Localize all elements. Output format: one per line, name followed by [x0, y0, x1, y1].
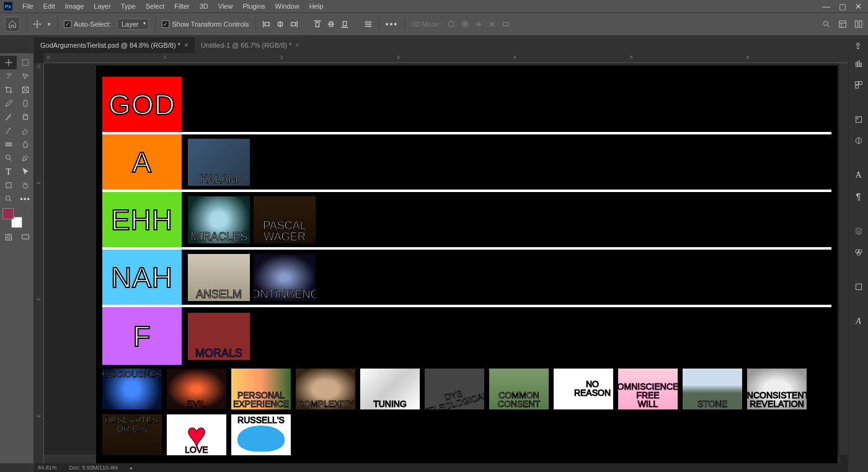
color-swatches[interactable]: [0, 206, 33, 230]
menu-3d[interactable]: 3D: [195, 2, 213, 10]
canvas-area[interactable]: 0123456 0123 GOD A KALAM EHH MIRACLES PA…: [34, 53, 848, 463]
tier-card[interactable]: MORALS: [188, 313, 250, 360]
character-panel-icon[interactable]: A: [852, 168, 866, 182]
tier-label[interactable]: GOD: [102, 77, 182, 132]
menu-file[interactable]: File: [17, 2, 38, 10]
document-canvas[interactable]: GOD A KALAM EHH MIRACLES PASCALWAGER NAH…: [96, 66, 838, 463]
foreground-color[interactable]: [2, 208, 14, 219]
menu-view[interactable]: View: [213, 2, 238, 10]
tier-card[interactable]: NOREASON: [554, 369, 613, 409]
workspace-icon[interactable]: [838, 20, 847, 28]
arrange-icon[interactable]: [854, 20, 863, 28]
vertical-ruler[interactable]: 0123: [34, 63, 44, 463]
zoom-tool[interactable]: [0, 192, 17, 206]
pen-tool[interactable]: [17, 151, 33, 165]
tier-items[interactable]: ANSELM CONTINGENCY: [182, 250, 831, 305]
menu-edit[interactable]: Edit: [38, 2, 60, 10]
lasso-tool[interactable]: [0, 69, 17, 83]
menu-layer[interactable]: Layer: [89, 2, 116, 10]
history-brush-tool[interactable]: [0, 124, 17, 138]
dodge-tool[interactable]: [0, 151, 17, 165]
align-controls[interactable]: [262, 20, 373, 28]
menu-select[interactable]: Select: [141, 2, 170, 10]
unranked-pool[interactable]: CONSCIOUSNESSS EVIL PERSONALEXPERIENCE C…: [102, 369, 831, 455]
menu-image[interactable]: Image: [60, 2, 89, 10]
tier-card[interactable]: INCONSISTENTREVELATION: [747, 369, 807, 409]
tier-card[interactable]: CONTINGENCY: [254, 254, 316, 301]
tier-card[interactable]: STONE: [683, 369, 742, 409]
tier-label[interactable]: F: [102, 307, 182, 365]
tab-close-icon[interactable]: ×: [295, 41, 299, 50]
tier-card[interactable]: TUNING: [360, 369, 420, 409]
tier-card[interactable]: ANSELM: [188, 254, 250, 301]
tier-card[interactable]: DYSTELEOLOGICAL: [425, 369, 484, 409]
tier-label[interactable]: A: [102, 134, 182, 190]
close-icon[interactable]: ✕: [855, 2, 862, 11]
tier-card[interactable]: PERSONALEXPERIENCE: [231, 369, 291, 409]
screenmode-tool[interactable]: [17, 230, 33, 244]
document-tab[interactable]: Untitled-1 @ 66.7% (RGB/8) *×: [195, 37, 306, 53]
tab-close-icon[interactable]: ×: [184, 41, 188, 50]
swatches-panel-icon[interactable]: [852, 78, 866, 92]
minimize-icon[interactable]: —: [822, 2, 830, 11]
tier-card[interactable]: OMNISCIENCEFREEWILL: [618, 369, 678, 409]
vertical-scrollbar[interactable]: [839, 63, 848, 455]
tier-card[interactable]: RUSSELL'S: [231, 414, 291, 455]
frame-tool[interactable]: [17, 83, 33, 97]
horizontal-ruler[interactable]: 0123456: [44, 53, 848, 63]
tier-card[interactable]: EVIL: [167, 369, 226, 409]
move-tool[interactable]: [0, 56, 17, 69]
tier-card[interactable]: MIRACLES: [188, 196, 250, 243]
more-options-icon[interactable]: •••: [386, 19, 399, 29]
shape-tool[interactable]: [0, 178, 17, 192]
quickmask-tool[interactable]: [0, 230, 17, 244]
tier-items[interactable]: [182, 77, 831, 132]
tier-card[interactable]: PASCALWAGER: [254, 196, 316, 243]
color-panel-icon[interactable]: [852, 57, 866, 71]
tier-card[interactable]: COMMONCONSENT: [489, 369, 549, 409]
type-tool[interactable]: T: [0, 165, 17, 178]
tier-card[interactable]: KALAM: [188, 139, 250, 186]
marquee-tool[interactable]: [17, 56, 33, 69]
menu-filter[interactable]: Filter: [169, 2, 194, 10]
crop-tool[interactable]: [0, 83, 17, 97]
eraser-tool[interactable]: [17, 124, 33, 138]
gradient-tool[interactable]: [0, 138, 17, 151]
layers-panel-icon[interactable]: [852, 224, 866, 238]
tier-card[interactable]: COMPLEXITY: [296, 369, 355, 409]
brush-tool[interactable]: [0, 110, 17, 124]
channels-panel-icon[interactable]: [852, 245, 866, 259]
healing-tool[interactable]: [17, 97, 33, 110]
menu-help[interactable]: Help: [304, 2, 329, 10]
tier-items[interactable]: MORALS: [182, 307, 831, 365]
zoom-level[interactable]: 84.81%: [38, 465, 57, 471]
search-icon[interactable]: [822, 20, 831, 28]
hand-tool[interactable]: [17, 178, 33, 192]
eyedropper-tool[interactable]: [0, 97, 17, 110]
share-icon[interactable]: ⇪: [848, 38, 868, 53]
doc-size[interactable]: Doc: 5.93M/110.4M: [69, 465, 118, 471]
tier-card[interactable]: DESCARTES'ORIGIN: [102, 414, 162, 455]
path-select-tool[interactable]: [17, 165, 33, 178]
tier-items[interactable]: MIRACLES PASCALWAGER: [182, 192, 831, 247]
tier-label[interactable]: NAH: [102, 250, 182, 305]
properties-panel-icon[interactable]: [852, 113, 866, 126]
menu-type[interactable]: Type: [116, 2, 141, 10]
glyphs-panel-icon[interactable]: A: [852, 315, 866, 328]
tier-card[interactable]: CONSCIOUSNESSS: [102, 369, 162, 409]
edit-toolbar[interactable]: •••: [17, 192, 33, 206]
show-transform-checkbox[interactable]: ✓ Show Transform Controls: [162, 20, 249, 28]
paragraph-panel-icon[interactable]: ¶: [852, 190, 866, 203]
maximize-icon[interactable]: ▢: [839, 2, 846, 11]
tier-card[interactable]: ♥ LOVE: [167, 414, 226, 455]
blur-tool[interactable]: [17, 138, 33, 151]
layer-dropdown[interactable]: Layer ▾: [117, 19, 149, 30]
quick-select-tool[interactable]: [17, 69, 33, 83]
clone-tool[interactable]: [17, 110, 33, 124]
auto-select-checkbox[interactable]: ✓ Auto-Select:: [64, 20, 111, 28]
history-panel-icon[interactable]: [852, 280, 866, 294]
menu-window[interactable]: Window: [270, 2, 304, 10]
document-tab[interactable]: GodArgumentsTierlist.psd @ 84.8% (RGB/8)…: [34, 37, 195, 53]
menu-plugins[interactable]: Plugins: [237, 2, 270, 10]
tier-items[interactable]: KALAM: [182, 134, 831, 190]
